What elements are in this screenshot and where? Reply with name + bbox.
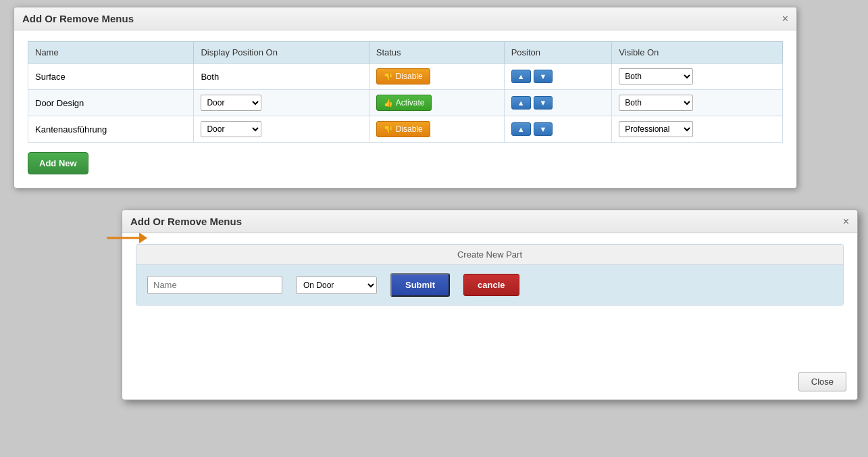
thumb-up-icon	[384, 98, 393, 107]
move-down-button[interactable]: ▼	[534, 96, 553, 110]
col-name: Name	[28, 42, 194, 64]
row-display-position: Door Both Surface	[194, 116, 369, 143]
cancel-button[interactable]: cancle	[463, 274, 519, 296]
row-visible: Both Professional Standard	[612, 64, 783, 90]
create-panel-body: On Door Both Surface Submit cancle	[136, 265, 843, 305]
table-row: Kantenausführung Door Both Surface Disab…	[28, 116, 783, 143]
position-cell: ▲ ▼	[511, 122, 605, 136]
name-input[interactable]	[147, 276, 282, 294]
menu-table: Name Display Position On Status Positon …	[28, 41, 783, 143]
table-row: Door Design Door Both Surface Activate	[28, 90, 783, 116]
front-dialog-title: Add Or Remove Menus	[130, 216, 242, 227]
visible-select[interactable]: Both Professional Standard	[619, 95, 693, 111]
front-dialog-titlebar: Add Or Remove Menus ×	[122, 210, 857, 233]
col-position: Positon	[504, 42, 612, 64]
back-dialog-titlebar: Add Or Remove Menus ×	[14, 7, 796, 30]
front-dialog: Add Or Remove Menus × Create New Part On…	[122, 210, 858, 400]
back-dialog-title: Add Or Remove Menus	[22, 13, 134, 24]
row-status: Disable	[369, 64, 504, 90]
row-name: Door Design	[28, 90, 194, 116]
move-down-button[interactable]: ▼	[534, 70, 553, 83]
row-position-controls: ▲ ▼	[504, 90, 612, 116]
col-status: Status	[369, 42, 504, 64]
row-status: Activate	[369, 90, 504, 116]
back-dialog-close[interactable]: ×	[782, 14, 788, 24]
front-dialog-close[interactable]: ×	[843, 216, 849, 227]
row-name: Surface	[28, 64, 194, 90]
visible-select[interactable]: Both Professional Standard	[619, 68, 693, 85]
row-visible: Both Professional Standard	[612, 116, 783, 143]
move-down-button[interactable]: ▼	[534, 122, 553, 136]
create-panel-title: Create New Part	[136, 245, 843, 265]
door-select[interactable]: On Door Both Surface	[296, 276, 377, 294]
svg-marker-1	[139, 233, 147, 243]
back-dialog-body: Name Display Position On Status Positon …	[14, 30, 796, 188]
position-cell: ▲ ▼	[511, 96, 605, 110]
row-name: Kantenausführung	[28, 116, 194, 143]
thumb-down-icon	[384, 72, 393, 81]
col-display: Display Position On	[194, 42, 369, 64]
row-status: Disable	[369, 116, 504, 143]
arrow-indicator	[107, 230, 147, 248]
row-position-controls: ▲ ▼	[504, 116, 612, 143]
table-row: Surface Both Disable ▲ ▼	[28, 64, 783, 90]
row-display-position: Both	[194, 64, 369, 90]
disable-button[interactable]: Disable	[376, 68, 430, 85]
disable-button[interactable]: Disable	[376, 121, 430, 137]
submit-button[interactable]: Submit	[390, 273, 450, 297]
move-up-button[interactable]: ▲	[511, 96, 531, 110]
close-button[interactable]: Close	[798, 372, 846, 391]
visible-select[interactable]: Both Professional Standard	[619, 121, 693, 137]
display-select[interactable]: Door Both Surface	[201, 121, 261, 137]
row-visible: Both Professional Standard	[612, 90, 783, 116]
move-up-button[interactable]: ▲	[511, 122, 531, 136]
display-select[interactable]: Door Both Surface	[201, 95, 261, 111]
activate-button[interactable]: Activate	[376, 95, 432, 111]
position-cell: ▲ ▼	[511, 70, 605, 83]
front-dialog-spacer	[122, 312, 857, 366]
back-dialog: Add Or Remove Menus × Name Display Posit…	[14, 7, 797, 189]
front-dialog-body: Create New Part On Door Both Surface Sub…	[122, 233, 857, 312]
front-dialog-footer: Close	[122, 366, 857, 400]
row-position-controls: ▲ ▼	[504, 64, 612, 90]
add-new-button[interactable]: Add New	[28, 152, 88, 174]
move-up-button[interactable]: ▲	[511, 70, 531, 83]
create-panel: Create New Part On Door Both Surface Sub…	[136, 244, 844, 306]
row-display-position: Door Both Surface	[194, 90, 369, 116]
thumb-down-icon	[384, 124, 393, 134]
col-visible: Visible On	[612, 42, 783, 64]
